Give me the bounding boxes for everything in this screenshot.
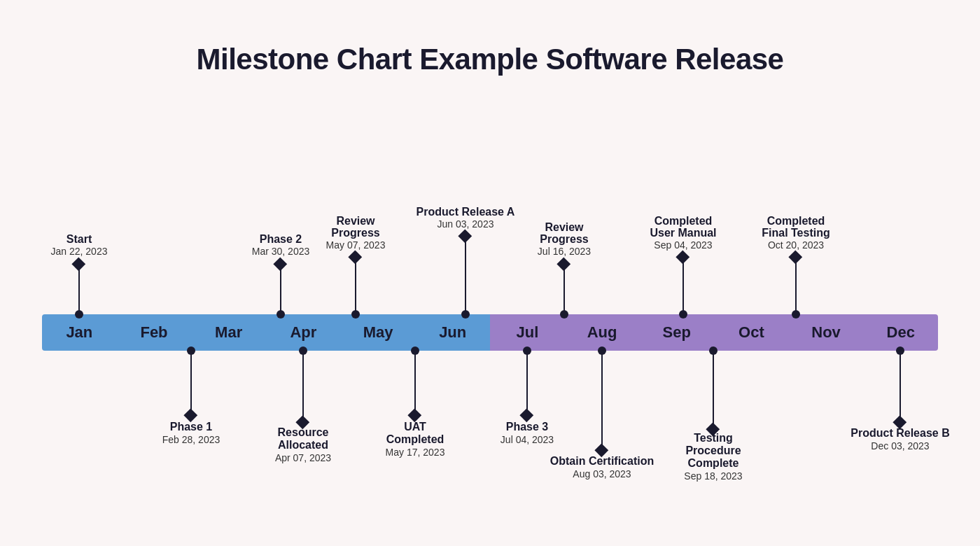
svg-text:Jul 16, 2023: Jul 16, 2023: [538, 246, 591, 257]
svg-point-63: [598, 346, 606, 355]
svg-text:Procedure: Procedure: [685, 444, 741, 456]
svg-text:Sep 04, 2023: Sep 04, 2023: [654, 239, 713, 251]
svg-text:May 07, 2023: May 07, 2023: [326, 239, 386, 251]
month-nov: Nov: [789, 323, 864, 342]
month-jan: Jan: [42, 323, 117, 342]
svg-text:Phase 3: Phase 3: [506, 421, 549, 433]
svg-point-35: [792, 310, 800, 318]
svg-text:Apr 07, 2023: Apr 07, 2023: [275, 452, 331, 463]
svg-point-18: [461, 310, 470, 318]
svg-point-29: [679, 310, 687, 318]
svg-text:Mar 30, 2023: Mar 30, 2023: [252, 246, 310, 257]
milestone-svg: Jan 22, 2023 Start Mar 30, 2023 Phase 2 …: [21, 97, 959, 503]
svg-point-7: [276, 310, 285, 318]
svg-point-52: [411, 346, 419, 355]
svg-text:Jan 22, 2023: Jan 22, 2023: [51, 246, 108, 257]
svg-text:Start: Start: [66, 233, 92, 245]
month-sep: Sep: [639, 323, 714, 342]
svg-text:Review: Review: [336, 215, 375, 227]
month-mar: Mar: [191, 323, 266, 342]
chart-title: Milestone Chart Example Software Release: [197, 43, 784, 76]
svg-text:Completed: Completed: [386, 433, 444, 445]
svg-text:Progress: Progress: [540, 233, 588, 245]
svg-text:Obtain Certification: Obtain Certification: [550, 455, 654, 467]
svg-point-68: [709, 346, 718, 355]
svg-text:Completed: Completed: [654, 215, 713, 227]
svg-point-75: [896, 346, 904, 355]
month-oct: Oct: [714, 323, 789, 342]
chart-container: Jan Feb Mar Apr May Jun Jul Aug Sep Oct …: [21, 97, 959, 503]
svg-text:Sep 18, 2023: Sep 18, 2023: [684, 470, 743, 482]
svg-rect-17: [458, 229, 472, 243]
month-dec: Dec: [863, 323, 938, 342]
svg-text:Product Release A: Product Release A: [416, 206, 515, 218]
svg-rect-28: [676, 250, 690, 264]
svg-text:Phase 2: Phase 2: [260, 233, 302, 245]
month-aug: Aug: [565, 323, 640, 342]
svg-text:Product Release B: Product Release B: [850, 427, 949, 439]
svg-text:Completed: Completed: [767, 215, 825, 227]
month-feb: Feb: [117, 323, 192, 342]
month-may: May: [341, 323, 416, 342]
svg-text:Complete: Complete: [688, 457, 739, 469]
month-jun: Jun: [415, 323, 490, 342]
svg-text:Oct 20, 2023: Oct 20, 2023: [768, 239, 824, 251]
svg-rect-6: [273, 257, 287, 271]
svg-text:Progress: Progress: [331, 227, 379, 239]
month-jul: Jul: [490, 323, 565, 342]
svg-text:Feb 28, 2023: Feb 28, 2023: [162, 434, 220, 445]
svg-rect-11: [348, 250, 362, 264]
svg-text:Review: Review: [545, 221, 584, 233]
svg-text:Aug 03, 2023: Aug 03, 2023: [573, 468, 631, 479]
svg-text:Phase 1: Phase 1: [170, 421, 213, 433]
svg-point-58: [523, 346, 531, 355]
svg-point-12: [351, 310, 360, 318]
svg-point-41: [187, 346, 195, 355]
svg-text:User Manual: User Manual: [650, 227, 716, 239]
svg-rect-22: [556, 257, 570, 271]
svg-rect-1: [71, 257, 85, 271]
svg-point-46: [299, 346, 307, 355]
svg-text:UAT: UAT: [404, 421, 426, 433]
svg-text:May 17, 2023: May 17, 2023: [386, 447, 445, 458]
svg-text:Resource: Resource: [278, 426, 329, 438]
svg-text:Jun 03, 2023: Jun 03, 2023: [438, 218, 494, 230]
svg-point-2: [75, 310, 83, 318]
month-apr: Apr: [266, 323, 341, 342]
svg-text:Jul 04, 2023: Jul 04, 2023: [500, 434, 554, 445]
svg-text:Testing: Testing: [694, 432, 733, 444]
svg-rect-34: [788, 250, 802, 264]
svg-text:Allocated: Allocated: [278, 439, 328, 451]
svg-text:Final Testing: Final Testing: [762, 227, 830, 239]
svg-text:Dec 03, 2023: Dec 03, 2023: [871, 440, 929, 451]
svg-point-23: [560, 310, 568, 318]
